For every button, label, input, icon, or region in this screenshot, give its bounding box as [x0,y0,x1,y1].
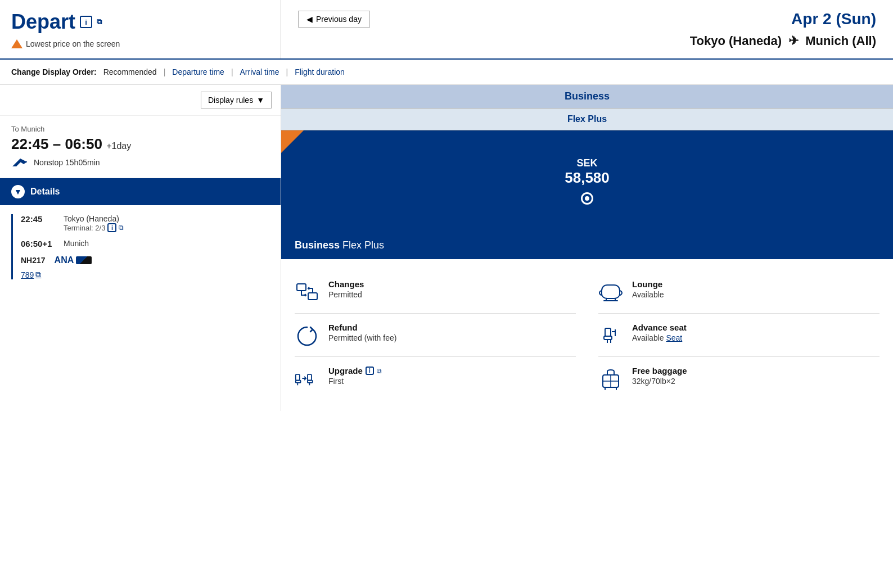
advance-seat-label: Advance seat [632,323,687,332]
cabin-header: Business [281,85,893,108]
arrive-time: 06:50 [65,135,102,152]
separator-2: | [231,67,233,76]
baggage-icon [598,366,623,391]
terminal-label: Terminal: 2/3 [64,224,105,232]
fare-details-header: Business Flex Plus [281,232,893,259]
changes-icon [295,279,319,304]
flight-number: NH217 [21,256,46,265]
sort-arrival-time[interactable]: Arrival time [240,67,279,76]
depart-label: Depart [11,10,75,34]
fare-item-advance-seat: Advance seat Available Seat [598,314,880,357]
price-amount: 58,580 [565,169,610,187]
dropdown-icon: ▼ [256,96,264,105]
depart-time: 22:45 [11,135,49,152]
fare-column-left: Changes Permitted Refund Permitted ( [295,270,576,400]
ana-stripe-icon [76,256,92,264]
detail-depart-time: 22:45 [21,214,55,232]
refund-text: Refund Permitted (with fee) [328,323,396,342]
plane-icon: ✈ [788,34,799,48]
refund-icon [295,323,319,347]
origin-label: Tokyo (Haneda) [690,34,782,48]
price-cell[interactable]: SEK 58,580 [281,130,893,232]
baggage-value: 32kg/70lb×2 [632,377,687,386]
time-separator: – [53,135,65,152]
prev-chevron-icon: ◀ [306,15,313,24]
prev-day-label: Previous day [316,15,362,24]
fare-details-type: Flex Plus [342,239,384,251]
svg-rect-2 [296,374,300,381]
svg-rect-10 [604,336,612,340]
aircraft-link[interactable]: 789 ⧉ [21,270,269,279]
details-bar[interactable]: ▼ Details [0,178,281,205]
display-rules-row: Display rules ▼ [0,85,281,116]
upgrade-label: Upgrade [328,366,363,376]
terminal-info-icon[interactable]: i [107,223,116,232]
advance-seat-link[interactable]: Seat [666,333,682,342]
changes-value: Permitted [328,290,364,299]
aircraft-external-icon: ⧉ [35,270,41,279]
main-content: Display rules ▼ To Munich 22:45 – 06:50 … [0,85,893,411]
lowest-price-icon [11,39,22,48]
changes-label: Changes [328,279,364,289]
display-rules-label: Display rules [208,96,253,105]
header-left: Depart i ⧉ Lowest price on the screen [0,0,281,58]
upgrade-external-icon[interactable]: ⧉ [377,367,382,375]
flight-detail-section: 22:45 Tokyo (Haneda) Terminal: 2/3 i ⧉ 0… [0,205,281,288]
ana-text: ANA [55,255,74,265]
sort-row: Change Display Order: Recommended | Depa… [0,60,893,85]
svg-rect-3 [296,381,301,383]
display-rules-button[interactable]: Display rules ▼ [201,92,272,108]
orange-corner-icon [281,130,304,153]
route-row: Tokyo (Haneda) ✈ Munich (All) [298,34,876,48]
fare-item-baggage: Free baggage 32kg/70lb×2 [598,357,880,400]
upgrade-info-icon[interactable]: i [366,367,374,375]
price-currency: SEK [576,157,597,169]
external-link-icon[interactable]: ⧉ [97,17,102,26]
refund-value: Permitted (with fee) [328,333,396,342]
fare-column-right: Lounge Available [598,270,880,400]
lounge-value: Available [632,290,664,299]
lounge-icon [598,279,623,304]
separator-1: | [164,67,166,76]
flight-info-row: Nonstop 15h05min [11,156,269,169]
next-day-label: +1day [106,141,131,151]
advance-seat-text: Advance seat Available Seat [632,323,687,342]
prev-day-button[interactable]: ◀ Previous day [298,11,370,28]
baggage-label: Free baggage [632,366,687,376]
destination-label: Munich (All) [805,34,876,48]
flight-times: 22:45 – 06:50 +1day [11,135,269,153]
changes-text: Changes Permitted [328,279,364,299]
sort-flight-duration[interactable]: Flight duration [295,67,345,76]
upgrade-text: Upgrade i ⧉ First [328,366,382,386]
sort-label: Change Display Order: [11,67,97,76]
depart-title: Depart i ⧉ [11,10,269,34]
advance-seat-value: Available Seat [632,333,687,342]
right-panel: Business Flex Plus SEK 58,580 Business F… [281,85,893,411]
ana-logo: ANA [55,255,92,265]
advance-seat-icon [598,323,623,347]
detail-arrive-place: Munich [64,239,89,248]
svg-rect-1 [308,293,317,300]
fare-details-class: Business [295,239,340,251]
lounge-label: Lounge [632,279,664,289]
fare-details-grid: Changes Permitted Refund Permitted ( [281,259,893,411]
terminal-info: Terminal: 2/3 i ⧉ [64,223,124,232]
fare-item-upgrade: Upgrade i ⧉ First [295,357,576,400]
upgrade-value: First [328,377,382,386]
baggage-text: Free baggage 32kg/70lb×2 [632,366,687,386]
flight-number-row: NH217 ANA [21,255,269,265]
cabin-class-label: Business [565,91,610,102]
sort-departure-time[interactable]: Departure time [172,67,224,76]
info-icon[interactable]: i [80,16,92,28]
fare-item-changes: Changes Permitted [295,270,576,314]
price-radio-selected[interactable] [581,192,593,205]
terminal-external-icon[interactable]: ⧉ [119,224,124,232]
lowest-price-row: Lowest price on the screen [11,39,269,48]
airline-logo-icon [11,156,29,169]
fare-item-refund: Refund Permitted (with fee) [295,314,576,357]
svg-rect-6 [308,381,313,383]
separator-3: | [286,67,288,76]
header-date-row: ◀ Previous day Apr 2 (Sun) [298,10,876,28]
header-right: ◀ Previous day Apr 2 (Sun) Tokyo (Haneda… [281,0,893,58]
aircraft-code: 789 [21,270,34,279]
